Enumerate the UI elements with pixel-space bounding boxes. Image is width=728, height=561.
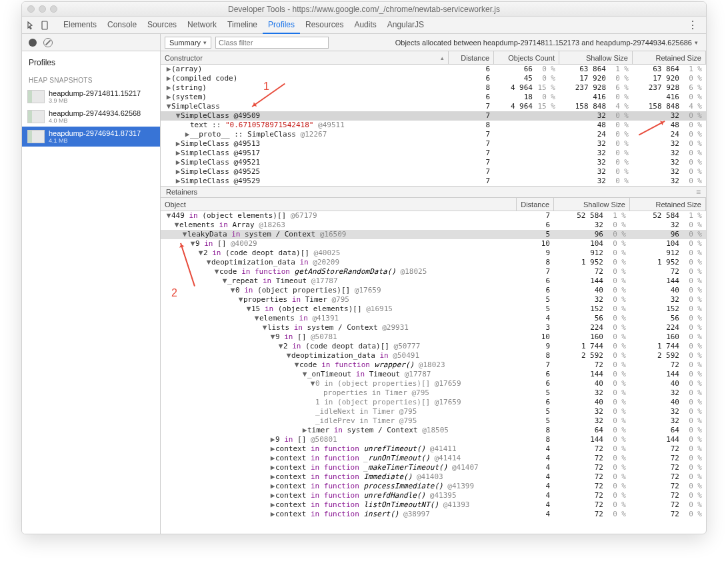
retainer-row[interactable]: ▶timer in system / Context @18505 8 640 … [161,426,706,435]
titlebar: Developer Tools - https://www.google.com… [22,2,706,17]
constructor-row[interactable]: ▶(system) 6 180 %4160 %4160 % [161,93,706,102]
retainer-row[interactable]: ▼2 in (code deopt data)[] @50777 9 1 744… [161,342,706,351]
retainer-row[interactable]: ▼9 in [] @40029 10 1040 %1040 % [161,239,706,249]
retainers-title: Retainers [166,188,197,196]
retainer-row[interactable]: _idlePrev in Timer @795 5 320 %320 % [161,416,706,426]
sidebar-title: Profiles [22,55,160,70]
constructor-row[interactable]: ▶(compiled code) 6 450 %17 9200 %17 9200… [161,74,706,83]
constructor-row[interactable]: ▶SimpleClass @49513 7 320 %320 % [161,139,706,149]
retainer-row[interactable]: ▼deoptimization_data in @20209 8 1 9520 … [161,258,706,267]
retainer-row[interactable]: ▼properties in Timer @795 5 320 %320 % [161,295,706,304]
retainer-row[interactable]: ▼deoptimization_data in @50491 8 2 5920 … [161,351,706,360]
devtools-window: Developer Tools - https://www.google.com… [21,1,707,534]
col-r-retained[interactable]: Retained Size [630,198,706,211]
col-objects-count[interactable]: Objects Count [494,51,559,64]
constructor-row[interactable]: text :: "0.6710578971542418" @49511 8 48… [161,121,706,130]
retainer-row[interactable]: ▼elements in @41391 4 560 %560 % [161,314,706,323]
comparison-select[interactable]: Objects allocated between heapdump-29714… [391,39,702,47]
retainer-row[interactable]: ▶context in function processImmediate() … [161,482,706,491]
snapshot-thumb-icon [27,110,45,123]
heap-snapshot-item[interactable]: heapdump-29744934.62568 4.0 MB [22,107,160,127]
tab-audits[interactable]: Audits [349,17,381,34]
retainer-row[interactable]: ▶context in function unrefTimeout() @414… [161,444,706,454]
clear-button[interactable] [43,38,53,47]
retainer-row[interactable]: ▶context in function insert() @38997 4 7… [161,510,706,519]
tab-resources[interactable]: Resources [300,17,349,34]
main-panel: Constructor Distance Objects Count Shall… [161,51,706,534]
retainer-row[interactable]: ▼0 in (object properties)[] @17659 6 400… [161,286,706,295]
col-r-distance[interactable]: Distance [517,198,554,211]
class-filter-input[interactable] [215,37,329,49]
record-button[interactable] [29,39,37,47]
device-mode-icon[interactable] [39,20,50,31]
retainer-row[interactable]: ▶context in function _makeTimerTimeout()… [161,463,706,472]
svg-rect-0 [42,21,47,29]
col-shallow-size[interactable]: Shallow Size [559,51,633,64]
retainers-rows[interactable]: ▼449 in (object elements)[] @67179 7 52 … [161,211,706,534]
retainer-row[interactable]: ▼code in function wrapper() @18023 7 720… [161,360,706,370]
tab-console[interactable]: Console [102,17,142,34]
constructor-row[interactable]: ▶SimpleClass @49525 7 320 %320 % [161,167,706,177]
sidebar-heading: HEAP SNAPSHOTS [22,70,160,87]
col-r-shallow[interactable]: Shallow Size [554,198,630,211]
retainer-row[interactable]: _idleNext in Timer @795 5 320 %320 % [161,407,706,416]
retainer-row[interactable]: 1 in (object properties)[] @17659 6 400 … [161,398,706,407]
constructor-row[interactable]: ▶SimpleClass @49529 7 320 %320 % [161,177,706,186]
retainer-row[interactable]: ▶context in function _runOnTimeout() @41… [161,454,706,463]
retainer-row[interactable]: ▶context in function listOnTimeoutNT() @… [161,500,706,510]
tab-angularjs[interactable]: AngularJS [382,17,429,34]
devtools-toolbar: ElementsConsoleSourcesNetworkTimelinePro… [22,17,706,34]
tab-elements[interactable]: Elements [58,17,102,34]
retainers-header[interactable]: Object Distance Shallow Size Retained Si… [161,198,706,211]
col-retained-size[interactable]: Retained Size [633,51,706,64]
more-menu-icon[interactable]: ⋮ [683,19,702,31]
retainer-row[interactable]: ▼15 in (object elements)[] @16915 5 1520… [161,304,706,314]
retainer-row[interactable]: ▼elements in Array @18263 6 320 %320 % [161,221,706,230]
constructor-row[interactable]: ▼SimpleClass 7 4 96415 %158 8484 %158 84… [161,102,706,111]
col-constructor[interactable]: Constructor [161,51,449,64]
retainer-row[interactable]: ▼_onTimeout in Timeout @17787 6 1440 %14… [161,370,706,379]
retainer-row[interactable]: ▼0 in (object properties)[] @17659 6 400… [161,379,706,388]
profiles-sidebar: Profiles HEAP SNAPSHOTS heapdump-2971481… [22,51,161,534]
retainer-row[interactable]: ▶9 in [] @50801 8 1440 %1440 % [161,435,706,444]
retainer-row[interactable]: ▶context in function Immediate() @41403 … [161,472,706,482]
heap-snapshot-item[interactable]: heapdump-29714811.15217 3.9 MB [22,87,160,107]
retainers-header-bar[interactable]: Retainers ≡ [161,186,706,198]
tab-sources[interactable]: Sources [142,17,182,34]
tab-network[interactable]: Network [182,17,222,34]
constructor-row[interactable]: ▶(string) 8 4 96415 %237 9286 %237 9286 … [161,83,706,93]
constructors-header[interactable]: Constructor Distance Objects Count Shall… [161,51,706,65]
heap-snapshot-item[interactable]: heapdump-29746941.87317 4.1 MB [22,127,160,147]
window-title: Developer Tools - https://www.google.com… [22,5,706,14]
retainer-row[interactable]: ▶context in function unrefdHandle() @413… [161,491,706,500]
retainer-row[interactable]: ▼9 in [] @50781 10 1600 %1600 % [161,332,706,342]
retainer-row[interactable]: ▼lists in system / Context @29931 3 2240… [161,323,706,332]
constructor-row[interactable]: ▶SimpleClass @49521 7 320 %320 % [161,158,706,167]
constructor-row[interactable]: ▶__proto__ :: SimpleClass @12267 7 240 %… [161,130,706,139]
retainers-menu-icon[interactable]: ≡ [696,187,701,197]
retainer-row[interactable]: ▼code in function getAndStoreRandomData(… [161,267,706,277]
retainer-row[interactable]: ▼449 in (object elements)[] @67179 7 52 … [161,211,706,221]
col-object[interactable]: Object [161,198,517,211]
profiles-subbar: Summary Objects allocated between heapdu… [22,34,706,51]
inspect-icon[interactable] [26,20,37,31]
constructor-row[interactable]: ▼SimpleClass @49509 7 320 %320 % [161,111,706,121]
retainer-row[interactable]: properties in Timer @795 5 320 %320 % [161,388,706,398]
snapshot-thumb-icon [27,90,45,103]
retainer-row[interactable]: ▼2 in (code deopt data)[] @40025 9 9120 … [161,249,706,258]
retainer-row[interactable]: ▼_repeat in Timeout @17787 6 1440 %1440 … [161,277,706,286]
tab-timeline[interactable]: Timeline [222,17,263,34]
snapshot-thumb-icon [27,130,45,143]
view-select[interactable]: Summary [165,37,211,49]
panel-tabs: ElementsConsoleSourcesNetworkTimelinePro… [58,17,429,34]
constructors-rows[interactable]: ▶(array) 6 660 %63 8641 %63 8641 %▶(comp… [161,65,706,186]
constructor-row[interactable]: ▶SimpleClass @49517 7 320 %320 % [161,149,706,158]
tab-profiles[interactable]: Profiles [263,17,300,34]
constructor-row[interactable]: ▶(array) 6 660 %63 8641 %63 8641 % [161,65,706,74]
col-distance[interactable]: Distance [449,51,494,64]
retainer-row[interactable]: ▼leakyData in system / Context @16509 5 … [161,230,706,239]
